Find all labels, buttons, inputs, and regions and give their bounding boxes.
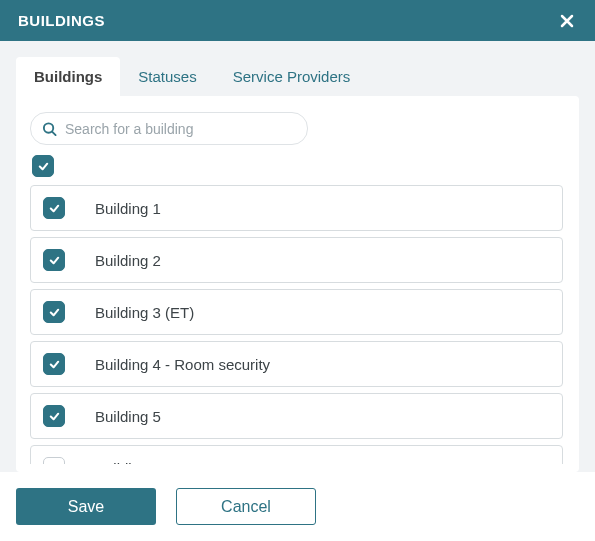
check-icon [48, 254, 61, 267]
tab-bar: Buildings Statuses Service Providers [16, 57, 579, 96]
tab-service-providers[interactable]: Service Providers [215, 57, 369, 96]
search-wrap [30, 112, 565, 145]
modal-footer: Save Cancel [0, 472, 595, 541]
check-icon [48, 358, 61, 371]
tab-buildings[interactable]: Buildings [16, 57, 120, 96]
cancel-button[interactable]: Cancel [176, 488, 316, 525]
search-icon [42, 121, 57, 136]
search-input[interactable] [30, 112, 308, 145]
list-item[interactable]: Building 5 [30, 393, 563, 439]
check-icon [48, 410, 61, 423]
building-checkbox[interactable] [43, 249, 65, 271]
building-checkbox[interactable] [43, 301, 65, 323]
select-all-checkbox[interactable] [32, 155, 54, 177]
list-item[interactable]: Building 2 [30, 237, 563, 283]
building-label: Building 1 [95, 200, 161, 217]
tab-statuses[interactable]: Statuses [120, 57, 214, 96]
list-item[interactable]: Building 3 (ET) [30, 289, 563, 335]
building-checkbox[interactable] [43, 197, 65, 219]
building-checkbox[interactable] [43, 353, 65, 375]
building-label: Building 5 [95, 408, 161, 425]
list-item[interactable]: Building 1 [30, 185, 563, 231]
building-label: Building 2 [95, 252, 161, 269]
select-all-row [30, 155, 565, 185]
list-item[interactable]: Building 6 [30, 445, 563, 464]
building-label: Building 6 [95, 460, 161, 465]
save-button[interactable]: Save [16, 488, 156, 525]
check-icon [48, 202, 61, 215]
building-checkbox[interactable] [43, 457, 65, 464]
check-icon [37, 160, 50, 173]
close-icon [560, 14, 574, 28]
building-label: Building 3 (ET) [95, 304, 194, 321]
list-item[interactable]: Building 4 - Room security [30, 341, 563, 387]
tab-panel-buildings: Building 1Building 2Building 3 (ET)Build… [16, 96, 579, 472]
modal-titlebar: BUILDINGS [0, 0, 595, 41]
modal-title: BUILDINGS [18, 12, 105, 29]
building-checkbox[interactable] [43, 405, 65, 427]
building-list[interactable]: Building 1Building 2Building 3 (ET)Build… [30, 185, 565, 464]
check-icon [48, 306, 61, 319]
building-label: Building 4 - Room security [95, 356, 270, 373]
modal-body: Buildings Statuses Service Providers Bui… [0, 41, 595, 472]
close-button[interactable] [557, 11, 577, 31]
